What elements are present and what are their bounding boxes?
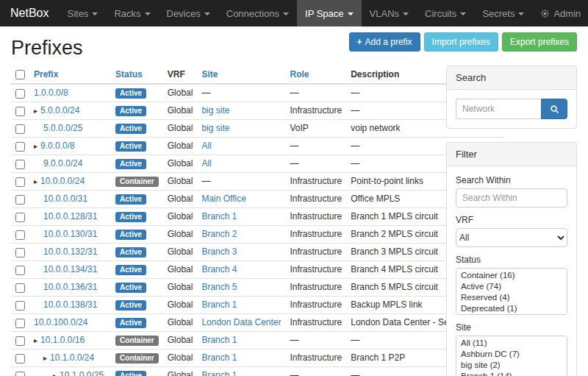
site-link[interactable]: Branch 1	[201, 299, 237, 310]
site-cell: big site	[197, 120, 285, 138]
prefix-link[interactable]: 10.0.0.0/24	[40, 176, 85, 186]
row-checkbox[interactable]	[15, 177, 25, 187]
role-cell: Infrastructure	[286, 261, 347, 279]
prefix-link[interactable]: 10.0.0.138/31	[43, 299, 97, 310]
row-checkbox[interactable]	[15, 266, 25, 275]
search-input[interactable]	[456, 99, 541, 119]
filter-option[interactable]: All (11)	[456, 338, 567, 349]
prefix-link[interactable]: 5.0.0.0/24	[40, 105, 79, 116]
add-prefix-label: Add a prefix	[365, 37, 412, 47]
expand-arrow-icon[interactable]: ▸	[43, 354, 47, 362]
caret-down-icon	[283, 13, 289, 15]
row-checkbox[interactable]	[15, 142, 25, 152]
column-header-role[interactable]: Role	[286, 65, 347, 84]
filter-option[interactable]: Reserved (4)	[456, 292, 567, 303]
prefix-link[interactable]: 10.0.0.134/31	[43, 264, 97, 274]
select-all-checkbox[interactable]	[15, 70, 25, 79]
status-listbox[interactable]: Container (16)Active (74)Reserved (4)Dep…	[456, 268, 567, 315]
site-link[interactable]: Branch 1	[201, 352, 237, 363]
site-link[interactable]: Branch 4	[201, 264, 237, 274]
site-link[interactable]: Branch 1	[201, 335, 237, 345]
site-link[interactable]: All	[201, 158, 211, 169]
row-checkbox[interactable]	[15, 301, 25, 311]
prefix-link[interactable]: 10.0.0.136/31	[43, 282, 97, 292]
nav-item-ip-space[interactable]: IP Space	[297, 0, 362, 26]
nav-item-secrets[interactable]: Secrets	[474, 0, 532, 26]
nav-item-devices[interactable]: Devices	[159, 0, 218, 26]
nav-item-vlans[interactable]: VLANs	[362, 0, 417, 26]
export-prefixes-button[interactable]: Export prefixes	[502, 32, 577, 52]
prefix-link[interactable]: 10.1.0.0/25	[60, 370, 104, 376]
prefix-link[interactable]: 9.0.0.0/24	[43, 158, 82, 169]
site-link[interactable]: Branch 1	[201, 370, 237, 376]
row-checkbox[interactable]	[15, 319, 25, 328]
site-link[interactable]: big site	[201, 123, 229, 133]
search-within-input[interactable]	[456, 188, 567, 207]
nav-item-label: VLANs	[370, 8, 399, 19]
prefix-link[interactable]: 1.0.0.0/8	[34, 88, 68, 98]
site-link[interactable]: Branch 3	[201, 246, 237, 257]
expand-arrow-icon[interactable]: ▸	[34, 336, 37, 344]
site-link[interactable]: Branch 5	[201, 282, 237, 292]
import-prefixes-button[interactable]: Import prefixes	[424, 32, 498, 52]
prefix-link[interactable]: 10.0.0.130/31	[43, 229, 97, 239]
nav-item-circuits[interactable]: Circuits	[417, 0, 474, 26]
row-checkbox[interactable]	[15, 107, 25, 116]
site-listbox[interactable]: All (11)Ashburn DC (7)big site (2)Branch…	[456, 336, 567, 376]
filter-option[interactable]: Active (74)	[456, 281, 567, 292]
row-checkbox[interactable]	[15, 89, 25, 99]
filter-option[interactable]: Branch 1 (14)	[456, 371, 567, 376]
brand-logo[interactable]: NetBox	[0, 0, 59, 26]
column-header-status[interactable]: Status	[111, 65, 163, 84]
site-link[interactable]: Main Office	[201, 194, 245, 204]
row-checkbox[interactable]	[15, 336, 25, 346]
prefix-link[interactable]: 10.1.0.0/16	[40, 335, 85, 345]
gear-icon	[540, 9, 550, 18]
row-checkbox[interactable]	[15, 283, 25, 293]
filter-option[interactable]: big site (2)	[456, 360, 567, 371]
expand-arrow-icon[interactable]: ▸	[34, 142, 37, 150]
prefix-link[interactable]: 10.0.0.132/31	[43, 246, 97, 257]
prefix-link[interactable]: 10.0.0.0/31	[43, 194, 87, 204]
prefix-link[interactable]: 5.0.0.0/25	[43, 123, 82, 133]
navbar-menu: SitesRacksDevicesConnectionsIP SpaceVLAN…	[59, 0, 532, 26]
site-link[interactable]: All	[201, 141, 211, 151]
expand-arrow-icon[interactable]: ▸	[34, 177, 37, 185]
site-link[interactable]: big site	[201, 105, 229, 116]
row-checkbox[interactable]	[15, 195, 25, 205]
nav-item-sites[interactable]: Sites	[59, 0, 106, 26]
site-link[interactable]: Branch 1	[201, 211, 237, 221]
column-header-prefix[interactable]: Prefix	[29, 65, 111, 84]
prefix-link[interactable]: 9.0.0.0/8	[40, 141, 75, 151]
row-checkbox[interactable]	[15, 248, 25, 258]
filter-option[interactable]: Container (16)	[456, 270, 567, 281]
expand-arrow-icon[interactable]: ▸	[53, 372, 57, 376]
filter-option[interactable]: Deprecated (1)	[456, 303, 567, 314]
site-link[interactable]: London Data Center	[201, 317, 281, 327]
row-checkbox[interactable]	[15, 124, 25, 134]
navbar-utility: AdminProfileLog out	[532, 0, 588, 26]
nav-item-admin[interactable]: Admin	[532, 0, 588, 26]
expand-arrow-icon[interactable]: ▸	[34, 107, 37, 115]
search-button[interactable]	[541, 99, 567, 119]
vrf-select[interactable]: All	[456, 228, 567, 247]
nav-item-label: Racks	[114, 8, 140, 19]
column-header-site[interactable]: Site	[197, 65, 285, 84]
filter-option[interactable]: Ashburn DC (7)	[456, 349, 567, 360]
nav-item-connections[interactable]: Connections	[218, 0, 297, 26]
nav-item-racks[interactable]: Racks	[106, 0, 158, 26]
row-checkbox[interactable]	[15, 372, 25, 376]
row-checkbox[interactable]	[15, 160, 25, 169]
add-prefix-button[interactable]: + Add a prefix	[349, 32, 420, 52]
vrf-cell: Global	[163, 332, 198, 350]
row-checkbox[interactable]	[15, 354, 25, 363]
site-link[interactable]: Branch 2	[201, 229, 237, 239]
prefix-link[interactable]: 10.0.100.0/24	[34, 317, 87, 327]
row-checkbox[interactable]	[15, 230, 25, 240]
row-checkbox[interactable]	[15, 213, 25, 222]
prefix-link[interactable]: 10.1.0.0/24	[50, 352, 94, 363]
nav-item-label: Secrets	[482, 8, 514, 19]
vrf-cell: Global	[163, 244, 198, 261]
vrf-cell: Global	[163, 155, 198, 173]
prefix-link[interactable]: 10.0.0.128/31	[43, 211, 97, 221]
